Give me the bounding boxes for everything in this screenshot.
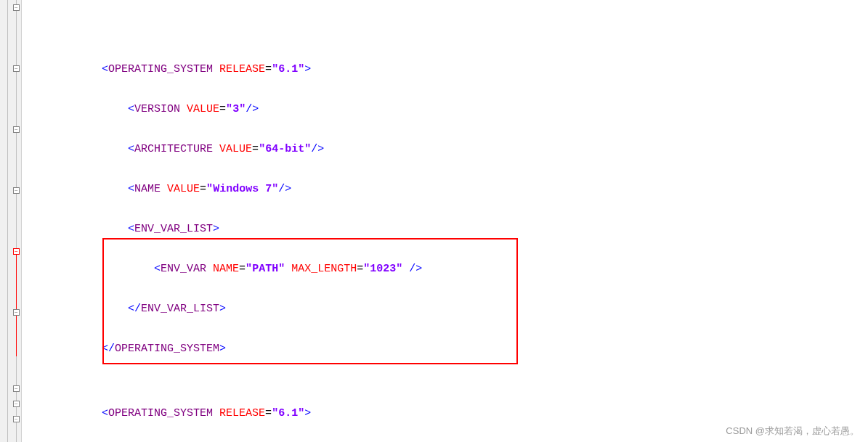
fold-icon[interactable] xyxy=(13,416,20,422)
gutter xyxy=(0,0,22,442)
code-editor: <OPERATING_SYSTEM RELEASE="6.1"> <VERSIO… xyxy=(0,0,868,442)
fold-icon[interactable] xyxy=(13,385,20,392)
fold-icon[interactable] xyxy=(13,401,20,407)
fold-icon[interactable] xyxy=(13,4,20,11)
watermark: CSDN @求知若渴，虚心若愚。 xyxy=(726,425,859,438)
code-area[interactable]: <OPERATING_SYSTEM RELEASE="6.1"> <VERSIO… xyxy=(22,0,868,442)
fold-icon[interactable] xyxy=(13,187,20,194)
fold-icon[interactable] xyxy=(13,309,20,316)
fold-icon[interactable] xyxy=(13,126,20,133)
fold-icon[interactable] xyxy=(13,65,20,72)
fold-icon-active[interactable] xyxy=(13,248,20,255)
